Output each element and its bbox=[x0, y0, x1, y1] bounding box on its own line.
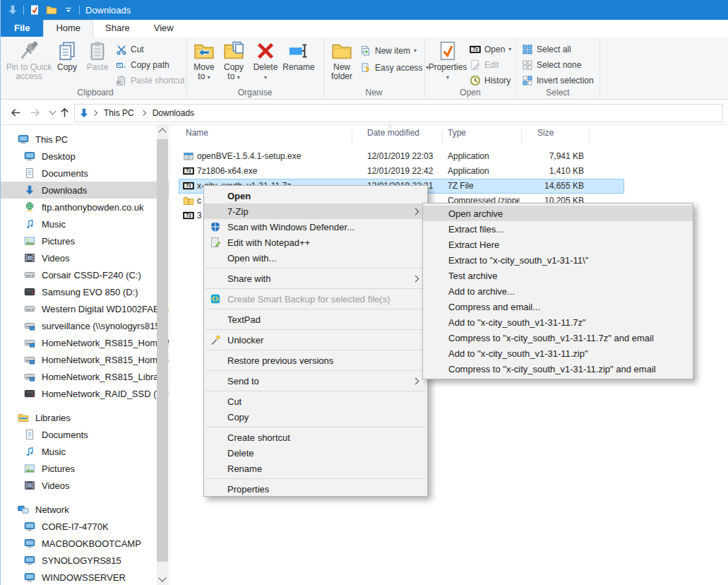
sidebar-item-surveillance[interactable]: surveillance (\\synologyrs815.h bbox=[1, 317, 169, 334]
new-folder-button[interactable]: Newfolder bbox=[326, 39, 357, 90]
sidebar-item-videos[interactable]: Videos bbox=[1, 249, 169, 266]
column-header-name[interactable]: Name bbox=[186, 128, 208, 145]
sidebar-item-documents[interactable]: Documents bbox=[1, 165, 169, 182]
submenu-item-test-archive[interactable]: Test archive bbox=[423, 268, 693, 283]
sidebar-item-this-pc[interactable]: This PC bbox=[1, 131, 169, 148]
sidebar-item-raid-ssd[interactable]: HomeNetwork_RAID_SSD (\\win bbox=[1, 385, 169, 402]
sidebar-item-network[interactable]: Network bbox=[1, 501, 169, 518]
copy-button[interactable]: Copy bbox=[53, 39, 81, 90]
sidebar-item-core-i7[interactable]: CORE-I7-4770K bbox=[1, 518, 169, 535]
sidebar-item-lib-music[interactable]: Music bbox=[1, 443, 169, 460]
scrollbar-thumb[interactable] bbox=[157, 139, 168, 562]
sidebar-item-libraries[interactable]: Libraries bbox=[1, 409, 169, 426]
scrollbar-down-icon[interactable] bbox=[158, 574, 166, 581]
menu-item-delete[interactable]: Delete bbox=[204, 445, 427, 461]
qat-properties-icon[interactable] bbox=[28, 4, 41, 16]
move-to-button[interactable]: Moveto ▾ bbox=[190, 39, 218, 90]
delete-button[interactable]: Delete▾ bbox=[251, 39, 280, 90]
rename-button[interactable]: Rename bbox=[282, 39, 316, 90]
invert-selection-button[interactable]: Invert selection bbox=[522, 73, 594, 88]
submenu-item-open-archive[interactable]: Open archive bbox=[423, 206, 693, 221]
tab-share[interactable]: Share bbox=[93, 20, 142, 37]
menu-item-send-to[interactable]: Send to bbox=[204, 373, 427, 389]
menu-item-open-with[interactable]: Open with... bbox=[204, 250, 427, 266]
scrollbar-up-icon[interactable] bbox=[158, 128, 166, 136]
copy-path-button[interactable]: Copy path bbox=[116, 57, 169, 73]
sidebar-item-macbookbootcamp[interactable]: MACBOOKBOOTCAMP bbox=[1, 535, 169, 552]
menu-item-edit-notepadpp[interactable]: Edit with Notepad++ bbox=[204, 235, 427, 250]
submenu-item-extract-here[interactable]: Extract Here bbox=[423, 237, 693, 252]
sidebar-item-synologyrs815[interactable]: SYNOLOGYRS815 bbox=[1, 552, 169, 569]
column-separator[interactable] bbox=[521, 130, 522, 143]
column-separator[interactable] bbox=[442, 130, 443, 143]
properties-button[interactable]: Properties▾ bbox=[429, 39, 467, 90]
qat-customize-icon[interactable] bbox=[62, 4, 75, 16]
sidebar-item-ftp[interactable]: ftp.anthonybowden.co.uk bbox=[1, 199, 169, 215]
sidebar-item-lib-videos[interactable]: Videos bbox=[1, 477, 169, 494]
tab-view[interactable]: View bbox=[142, 20, 186, 37]
qat-separator bbox=[79, 6, 80, 15]
menu-item-7zip[interactable]: 7-Zip bbox=[204, 203, 427, 219]
submenu-item-compress-email[interactable]: Compress and email... bbox=[423, 299, 693, 314]
submenu-item-extract-files[interactable]: Extract files... bbox=[423, 221, 693, 237]
menu-item-share-with[interactable]: Share with bbox=[204, 271, 427, 286]
tab-file[interactable]: File bbox=[1, 20, 43, 37]
sidebar-item-drive-e[interactable]: Western Digital WD1002FAEX (E: bbox=[1, 300, 169, 317]
submenu-item-add-to-7z[interactable]: Add to "x-city_south_v1-31-11.7z" bbox=[423, 314, 693, 330]
navigation-pane: This PC Desktop Documents Downloads ftp.… bbox=[1, 125, 169, 585]
submenu-item-extract-to[interactable]: Extract to "x-city_south_v1-31-11\" bbox=[423, 252, 693, 268]
column-header-type[interactable]: Type bbox=[448, 128, 466, 145]
breadcrumb-this-pc[interactable]: This PC bbox=[100, 108, 138, 118]
sidebar-item-lib-pictures[interactable]: Pictures bbox=[1, 460, 169, 477]
file-row[interactable]: openBVE-1.5.4.1-setup.exe 12/01/2019 22:… bbox=[170, 149, 629, 164]
sidebar-item-pictures[interactable]: Pictures bbox=[1, 232, 169, 249]
easy-access-button[interactable]: Easy access ▾ bbox=[360, 60, 429, 76]
open-button[interactable]: Open ▾ bbox=[470, 42, 511, 57]
submenu-item-add-to-zip[interactable]: Add to "x-city_south_v1-31-11.zip" bbox=[423, 345, 693, 361]
menu-item-unlocker[interactable]: Unlocker bbox=[204, 332, 427, 348]
menu-item-properties[interactable]: Properties bbox=[204, 481, 427, 497]
copy-to-button[interactable]: Copyto ▾ bbox=[220, 39, 248, 90]
breadcrumb-downloads[interactable]: Downloads bbox=[148, 108, 198, 118]
menu-item-restore-previous[interactable]: Restore previous versions bbox=[204, 353, 427, 368]
downloads-folder-icon[interactable] bbox=[6, 4, 19, 16]
sidebar-item-music[interactable]: Music bbox=[1, 215, 169, 232]
column-header-date-modified[interactable]: Date modified bbox=[367, 128, 419, 145]
sidebar-item-downloads[interactable]: Downloads bbox=[1, 182, 169, 199]
submenu-item-compress-7z-email[interactable]: Compress to "x-city_south_v1-31-11.7z" a… bbox=[423, 330, 693, 345]
paste-button: Paste bbox=[83, 39, 112, 90]
sidebar-item-windowsserver[interactable]: WINDOWSSERVER bbox=[1, 569, 169, 585]
cut-button[interactable]: Cut bbox=[116, 42, 144, 57]
sidebar-item-homemedia[interactable]: HomeNetwork_RS815_HomeMe bbox=[1, 334, 169, 351]
select-all-button[interactable]: Select all bbox=[522, 42, 571, 57]
column-header-size[interactable]: Size bbox=[537, 128, 554, 145]
menu-item-rename[interactable]: Rename bbox=[204, 461, 427, 476]
qat-new-folder-icon[interactable] bbox=[45, 4, 58, 16]
select-none-button[interactable]: Select none bbox=[522, 57, 581, 73]
column-separator[interactable] bbox=[352, 130, 352, 143]
menu-item-scan-defender[interactable]: Scan with Windows Defender... bbox=[204, 219, 427, 235]
file-row[interactable]: 7z1806-x64.exe 12/01/2019 22:42 Applicat… bbox=[170, 164, 629, 179]
history-button[interactable]: History bbox=[470, 73, 511, 88]
sidebar-scrollbar[interactable] bbox=[157, 125, 168, 585]
menu-item-create-shortcut[interactable]: Create shortcut bbox=[204, 430, 427, 445]
sidebar-item-lib-documents[interactable]: Documents bbox=[1, 426, 169, 443]
sidebar-item-homestorage[interactable]: HomeNetwork_RS815_HomeSto bbox=[1, 351, 169, 368]
library-folder-icon bbox=[18, 412, 29, 423]
submenu-item-add-to-archive[interactable]: Add to archive... bbox=[423, 283, 693, 299]
menu-item-textpad[interactable]: TextPad bbox=[204, 312, 427, 327]
menu-item-open[interactable]: Open bbox=[204, 188, 427, 203]
sidebar-item-drive-d[interactable]: Samsung EVO 850 (D:) bbox=[1, 283, 169, 300]
menu-item-cut[interactable]: Cut bbox=[204, 394, 427, 409]
address-box[interactable]: This PC Downloads bbox=[74, 104, 723, 122]
column-separator[interactable] bbox=[589, 130, 590, 143]
back-button[interactable] bbox=[8, 105, 23, 119]
sidebar-item-drive-c[interactable]: Corsair CSSD-F240 (C:) bbox=[1, 266, 169, 283]
sidebar-item-desktop[interactable]: Desktop bbox=[1, 148, 169, 165]
menu-item-copy[interactable]: Copy bbox=[204, 409, 427, 425]
submenu-item-compress-zip-email[interactable]: Compress to "x-city_south_v1-31-11.zip" … bbox=[423, 361, 693, 377]
up-button[interactable] bbox=[58, 105, 72, 120]
sidebar-item-library[interactable]: HomeNetwork_RS815_Library (\ bbox=[1, 368, 169, 385]
new-item-button[interactable]: New item ▾ bbox=[360, 43, 417, 59]
tab-home[interactable]: Home bbox=[43, 20, 93, 37]
